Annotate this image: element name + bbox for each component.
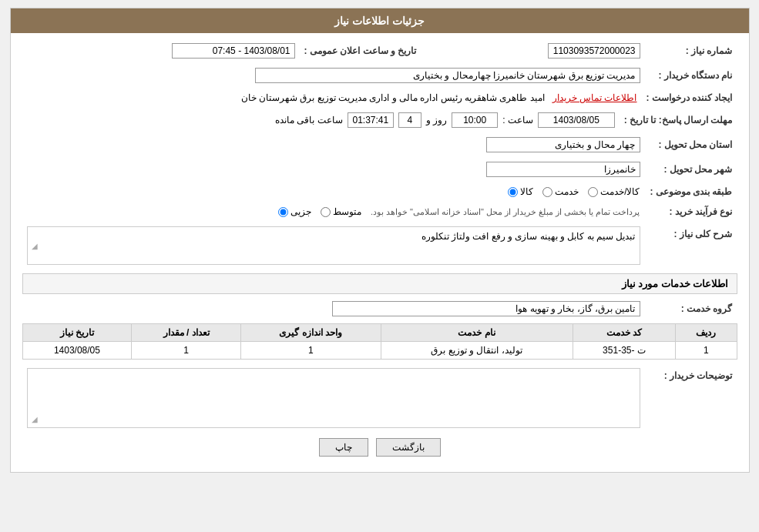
deadline-remaining-label: ساعت باقی مانده bbox=[275, 115, 343, 125]
purchase-option-medium[interactable]: متوسط bbox=[321, 206, 361, 217]
deadline-time: 10:00 bbox=[452, 112, 498, 128]
purchase-option1-label: جزیی bbox=[291, 206, 311, 217]
category-option2-label: خدمت bbox=[555, 186, 579, 197]
category-option-goods[interactable]: کالا bbox=[508, 186, 533, 197]
row-service-name: تولید، انتقال و توزیع برق bbox=[381, 342, 573, 360]
col-header-date: تاریخ نیاز bbox=[22, 324, 132, 342]
table-row: 1 ت -35-351 تولید، انتقال و توزیع برق 1 … bbox=[22, 342, 737, 360]
announce-date-label: تاریخ و ساعت اعلان عمومی : bbox=[300, 41, 432, 61]
deadline-time-label: ساعت : bbox=[502, 115, 533, 125]
province-label: استان محل تحویل : bbox=[645, 135, 737, 155]
category-option1-label: کالا bbox=[520, 186, 533, 197]
buyer-org-label: نام دستگاه خریدار : bbox=[645, 65, 737, 85]
buyer-notes-label: توضیحات خریدار : bbox=[645, 366, 737, 430]
row-quantity: 1 bbox=[132, 342, 241, 360]
category-option-goods-service[interactable]: کالا/خدمت bbox=[588, 186, 640, 197]
purchase-type-label: نوع فرآیند خرید : bbox=[645, 204, 737, 219]
deadline-days: 4 bbox=[398, 112, 421, 128]
services-table: ردیف کد خدمت نام خدمت واحد اندازه گیری ت… bbox=[22, 323, 737, 360]
description-field: تبدیل سیم به کابل و بهینه سازی و رفع افت… bbox=[27, 226, 640, 265]
back-button[interactable]: بازگشت bbox=[376, 438, 441, 457]
contact-link[interactable]: اطلاعات تماس خریدار bbox=[552, 92, 637, 103]
row-unit: 1 bbox=[241, 342, 381, 360]
deadline-remaining: 01:37:41 bbox=[348, 112, 394, 128]
buyer-notes-field: ◢ bbox=[27, 368, 640, 428]
announce-date-field: 1403/08/01 - 07:45 bbox=[172, 43, 295, 59]
deadline-date: 1403/08/05 bbox=[538, 112, 615, 128]
purchase-option-partial[interactable]: جزیی bbox=[278, 206, 311, 217]
service-group-field: تامین برق، گاز، بخار و تهویه هوا bbox=[332, 301, 640, 316]
city-label: شهر محل تحویل : bbox=[645, 159, 737, 179]
col-header-code: کد خدمت bbox=[573, 324, 676, 342]
need-number-field: 1103093572000023 bbox=[548, 43, 640, 59]
service-group-label: گروه خدمت : bbox=[645, 299, 737, 319]
creator-label: ایجاد کننده درخواست : bbox=[642, 90, 737, 105]
province-field: چهار محال و بختیاری bbox=[486, 137, 640, 152]
row-index: 1 bbox=[676, 342, 737, 360]
col-header-name: نام خدمت bbox=[381, 324, 573, 342]
col-header-row: ردیف bbox=[676, 324, 737, 342]
services-section-header: اطلاعات خدمات مورد نیاز bbox=[22, 273, 737, 294]
description-value: تبدیل سیم به کابل و بهینه سازی و رفع افت… bbox=[421, 231, 636, 242]
category-option3-label: کالا/خدمت bbox=[600, 186, 640, 197]
city-field: خانمیرزا bbox=[486, 162, 640, 177]
buyer-notes-resize: ◢ bbox=[32, 415, 636, 423]
purchase-note: پرداخت تمام یا بخشی از مبلغ خریدار از مح… bbox=[371, 207, 640, 217]
resize-handle: ◢ bbox=[32, 242, 636, 250]
col-header-quantity: تعداد / مقدار bbox=[132, 324, 241, 342]
creator-value: امید طاهری شاهقریه رئیس اداره مالی و ادا… bbox=[241, 92, 545, 103]
page-title: جزئیات اطلاعات نیاز bbox=[11, 8, 749, 33]
row-date: 1403/08/05 bbox=[22, 342, 132, 360]
need-number-label: شماره نیاز : bbox=[645, 41, 737, 61]
deadline-label: مهلت ارسال پاسخ: تا تاریخ : bbox=[620, 110, 737, 130]
description-label: شرح کلی نیاز : bbox=[645, 224, 737, 267]
row-code: ت -35-351 bbox=[573, 342, 676, 360]
announce-date-value: 1403/08/01 - 07:45 bbox=[22, 41, 300, 61]
print-button[interactable]: چاپ bbox=[319, 438, 368, 457]
need-number-value: 1103093572000023 bbox=[432, 41, 644, 61]
buyer-org-field: مدیریت توزیع برق شهرستان خانمیرزا چهارمح… bbox=[255, 68, 640, 83]
category-label: طبقه بندی موضوعی : bbox=[645, 184, 737, 199]
button-area: بازگشت چاپ bbox=[22, 438, 737, 457]
purchase-option2-label: متوسط bbox=[333, 206, 361, 217]
category-option-service[interactable]: خدمت bbox=[542, 186, 579, 197]
deadline-days-label: روز و bbox=[426, 115, 447, 125]
col-header-unit: واحد اندازه گیری bbox=[241, 324, 381, 342]
